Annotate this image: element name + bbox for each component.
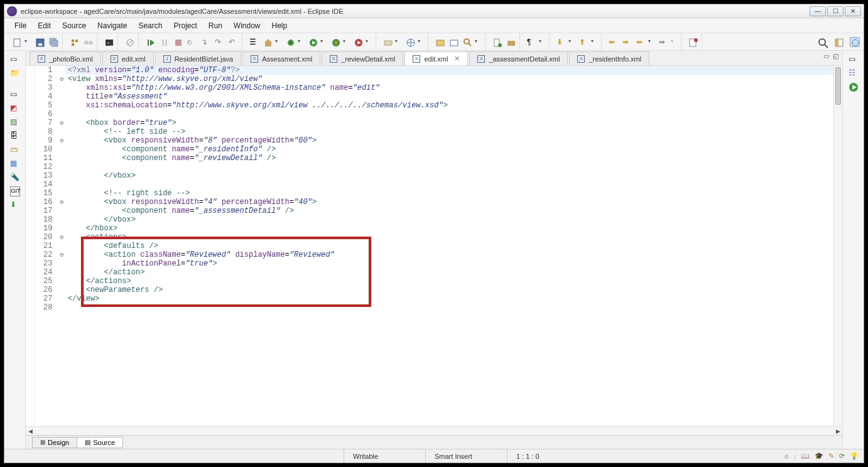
code-line[interactable]: </action> <box>65 268 833 277</box>
code-line[interactable]: xsi:schemaLocation="http://www.skyve.org… <box>65 101 833 110</box>
fold-toggle[interactable]: ⊖ <box>58 250 65 259</box>
back-icon[interactable]: ⬅ <box>608 37 618 47</box>
step-return-icon[interactable]: ↶ <box>228 37 238 47</box>
menu-window[interactable]: Window <box>229 20 266 31</box>
project-explorer-icon[interactable]: 📁 <box>10 68 20 78</box>
pin-icon[interactable] <box>688 37 698 47</box>
code-line[interactable]: <!-- left side --> <box>65 127 833 136</box>
tip-icon[interactable]: 🎓 <box>815 452 823 460</box>
code-line[interactable]: </vbox> <box>65 215 833 224</box>
new-web-icon[interactable] <box>405 37 415 47</box>
launch-icon[interactable]: ⎋ <box>784 453 789 460</box>
save-all-icon[interactable] <box>48 37 58 47</box>
editor-tab[interactable]: Xedit.xml✕ <box>404 51 468 65</box>
code-line[interactable]: <component name="_assessmentDetail" /> <box>65 207 833 215</box>
terminal-icon[interactable]: >_ <box>104 37 114 47</box>
editor-tab[interactable]: Xedit.xml <box>102 51 154 65</box>
code-line[interactable]: <!-- right side --> <box>65 189 833 198</box>
code-line[interactable]: <actions> <box>65 233 833 242</box>
restore-right-icon[interactable]: ▭ <box>849 55 859 65</box>
fold-toggle[interactable]: ⊖ <box>58 75 65 83</box>
bottom-tab-source[interactable]: ▤Source <box>77 437 123 448</box>
code-line[interactable]: <vbox responsiveWidth="8" percentageWidt… <box>65 136 833 145</box>
bulb-icon[interactable]: 💡 <box>850 452 859 460</box>
minimize-button[interactable]: — <box>810 6 826 16</box>
code-line[interactable]: </vbox> <box>65 171 833 180</box>
editor-tab[interactable]: XAssessment.xml <box>242 51 320 65</box>
editor-tab[interactable]: JResidentBizlet.java <box>155 51 242 65</box>
toggle-breadcrumb-icon[interactable] <box>69 37 79 47</box>
java-ee-perspective-icon[interactable] <box>850 37 860 47</box>
code-line[interactable]: title="Assessment" <box>65 92 833 101</box>
fold-toggle[interactable]: ⊖ <box>58 119 65 127</box>
debug-icon[interactable] <box>285 37 295 47</box>
run-icon[interactable] <box>308 37 318 47</box>
maximize-button[interactable]: ☐ <box>827 6 844 16</box>
nav-fwd-icon[interactable]: ➡ <box>658 37 668 47</box>
code-line[interactable]: <vbox responsiveWidth="4" percentageWidt… <box>65 198 833 207</box>
new-icon[interactable] <box>12 37 22 47</box>
menu-run[interactable]: Run <box>203 20 227 31</box>
code-line[interactable]: <hbox border="true"> <box>65 119 833 127</box>
next-annotation-icon[interactable]: ⬇ <box>556 37 566 47</box>
fwd-icon[interactable]: ➡ <box>622 37 632 47</box>
resume-icon[interactable] <box>145 37 155 47</box>
coverage-icon[interactable] <box>330 37 340 47</box>
save-icon[interactable] <box>35 37 45 47</box>
open-task-icon[interactable] <box>448 37 458 47</box>
disconnect-icon[interactable]: ⎋ <box>187 37 197 47</box>
outline-icon[interactable]: ☷ <box>849 68 859 78</box>
data-source-icon[interactable]: 🗃 <box>10 145 20 155</box>
new-server-icon[interactable] <box>382 37 393 47</box>
tab-restore-icon[interactable]: ▭ <box>823 53 829 60</box>
prev-annotation-icon[interactable]: ⬆ <box>578 37 589 47</box>
code-line[interactable] <box>65 163 833 171</box>
run-green-icon[interactable] <box>849 82 859 92</box>
editor-tab[interactable]: X_reviewDetail.xml <box>322 51 403 65</box>
properties-icon[interactable]: ▤ <box>10 117 20 127</box>
editor-tab[interactable]: X_assessmentDetail.xml <box>469 51 568 65</box>
align-icon[interactable]: ☰ <box>249 37 259 47</box>
code-line[interactable]: <defaults /> <box>65 242 833 250</box>
open-perspective-icon[interactable] <box>833 37 844 47</box>
search-icon[interactable] <box>462 37 472 47</box>
link-editor-icon[interactable] <box>83 37 93 47</box>
code-line[interactable] <box>65 180 833 189</box>
editor-tab[interactable]: X_photoBio.xml <box>30 51 101 65</box>
open-type-icon[interactable] <box>435 37 445 47</box>
code-line[interactable]: <view xmlns="http://www.skyve.org/xml/vi… <box>65 75 833 83</box>
build-icon[interactable] <box>263 37 273 47</box>
code-scroll[interactable]: 1<?xml version="1.0" encoding="UTF-8"?>2… <box>35 66 833 426</box>
code-line[interactable]: inActionPanel="true"> <box>65 259 833 268</box>
download-icon[interactable]: ⬇ <box>10 200 20 210</box>
scroll-right-icon[interactable]: ▶ <box>833 427 842 436</box>
bottom-tab-design[interactable]: ⊞Design <box>32 437 77 448</box>
step-over-icon[interactable]: ↷ <box>214 37 224 47</box>
close-tab-icon[interactable]: ✕ <box>454 55 460 63</box>
menu-project[interactable]: Project <box>168 20 202 31</box>
markers-icon[interactable]: ◩ <box>10 104 20 114</box>
run-last-icon[interactable] <box>353 37 363 47</box>
code-line[interactable]: <?xml version="1.0" encoding="UTF-8"?> <box>65 66 833 75</box>
code-line[interactable] <box>65 110 833 119</box>
code-line[interactable]: <action className="Reviewed" displayName… <box>65 250 833 259</box>
fold-toggle[interactable]: ⊖ <box>58 136 65 145</box>
vertical-scrollbar[interactable] <box>833 66 842 426</box>
menu-file[interactable]: File <box>9 20 31 31</box>
sync-icon[interactable]: ⟳ <box>839 452 845 460</box>
servers-icon[interactable]: 🗄 <box>10 131 20 141</box>
fold-toggle[interactable]: ⊖ <box>58 198 65 207</box>
close-button[interactable]: ✕ <box>845 6 861 16</box>
editor-tab[interactable]: X_residentInfo.xml <box>569 51 649 65</box>
step-into-icon[interactable]: ↴ <box>200 37 210 47</box>
terminate-icon[interactable] <box>173 37 183 47</box>
code-line[interactable]: </hbox> <box>65 224 833 233</box>
code-line[interactable]: <component name="_reviewDetail" /> <box>65 154 833 163</box>
git-icon[interactable]: GIT <box>10 186 20 196</box>
code-line[interactable] <box>65 303 833 312</box>
suspend-icon[interactable] <box>159 37 169 47</box>
book-icon[interactable]: 📖 <box>801 452 810 460</box>
code-line[interactable]: </view> <box>65 294 833 303</box>
menu-navigate[interactable]: Navigate <box>92 20 132 31</box>
skip-icon[interactable] <box>124 37 134 47</box>
